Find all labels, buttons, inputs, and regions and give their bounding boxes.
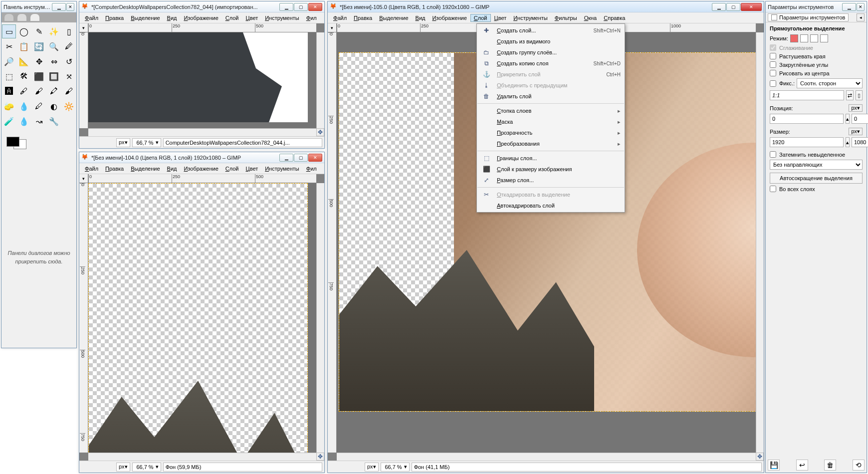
toolbox-min-button[interactable]: ▁	[52, 3, 66, 11]
units-combo[interactable]: px▾	[116, 463, 130, 472]
tool-button[interactable]: 🔍	[47, 39, 61, 53]
dock-reset-button[interactable]: ⟲	[853, 460, 865, 471]
pos-y-input[interactable]	[852, 114, 868, 124]
tool-button[interactable]: ⤧	[62, 69, 76, 83]
size-w-input[interactable]	[770, 137, 844, 147]
window2-max-button[interactable]: ▢	[294, 154, 308, 162]
tool-button[interactable]: ✂	[2, 39, 16, 53]
menu-item[interactable]: Маска▸	[477, 116, 625, 127]
menu-item[interactable]: Стопка слоев▸	[477, 105, 625, 116]
window2-canvas[interactable]: ▾ 0250500 0250500750 ✥	[79, 174, 324, 461]
ratio-input[interactable]	[770, 90, 844, 100]
menu-выделение[interactable]: Выделение	[127, 14, 163, 22]
center-checkbox[interactable]	[770, 70, 776, 76]
menu-item[interactable]: ⤢Размер слоя...	[477, 175, 625, 186]
menu-фил[interactable]: Фил	[303, 14, 320, 22]
autoshrink-button[interactable]: Автосокращение выделения	[770, 173, 863, 184]
menu-слой[interactable]: Слой	[222, 14, 242, 22]
window2-min-button[interactable]: ▁	[279, 154, 293, 162]
ruler-corner[interactable]: ▾	[328, 23, 337, 32]
tool-button[interactable]: 🔧	[47, 114, 61, 128]
orient-button[interactable]: ▯	[856, 90, 863, 100]
menu-правка[interactable]: Правка	[350, 14, 376, 22]
menu-item[interactable]: ⧉Создать копию слояShift+Ctrl+D	[477, 58, 625, 69]
tool-button[interactable]: ⬛	[32, 69, 46, 83]
tool-button[interactable]: ✥	[32, 54, 46, 68]
tool-button[interactable]: 🔄	[32, 39, 46, 53]
ruler-corner[interactable]: ▾	[79, 23, 88, 32]
tool-button[interactable]: 🧪	[2, 114, 16, 128]
menu-слой[interactable]: Слой	[222, 165, 242, 173]
tool-button[interactable]: ↝	[32, 114, 46, 128]
guides-select[interactable]: Без направляющих	[770, 160, 863, 170]
menu-файл[interactable]: Файл	[81, 165, 102, 173]
menu-инструменты[interactable]: Инструменты	[510, 14, 551, 22]
menu-item[interactable]: Преобразования▸	[477, 138, 625, 149]
ruler-vertical[interactable]: 0	[79, 32, 88, 128]
dock-delete-button[interactable]: 🗑	[824, 460, 836, 471]
stepper[interactable]: ▴	[846, 137, 850, 147]
mode-subtract-button[interactable]	[810, 34, 818, 42]
tool-button[interactable]: 🖌	[62, 84, 76, 98]
tool-button[interactable]: 🛠	[17, 69, 31, 83]
mode-intersect-button[interactable]	[820, 34, 828, 42]
menu-выделение[interactable]: Выделение	[127, 165, 163, 173]
stepper[interactable]: ▴	[846, 114, 850, 124]
menu-item[interactable]: ✚Создать слой...Shift+Ctrl+N	[477, 25, 625, 36]
menu-вид[interactable]: Вид	[164, 14, 181, 22]
window1-max-button[interactable]: ▢	[294, 3, 308, 11]
zoom-combo[interactable]: 66,7 %▾	[381, 463, 410, 472]
menu-изображение[interactable]: Изображение	[180, 165, 221, 173]
opts-close-button[interactable]: ✕	[857, 3, 865, 11]
tool-button[interactable]: 📐	[17, 54, 31, 68]
tool-button[interactable]: ◯	[17, 24, 31, 38]
swap-button[interactable]: ⇄	[846, 90, 854, 100]
alllayers-checkbox[interactable]	[770, 186, 776, 192]
tool-button[interactable]: ✎	[32, 24, 46, 38]
tool-button[interactable]: 🖌	[32, 84, 46, 98]
menu-файл[interactable]: Файл	[330, 14, 350, 22]
menu-правка[interactable]: Правка	[102, 165, 127, 173]
units-combo[interactable]: px▾	[116, 138, 130, 147]
menu-изображение[interactable]: Изображение	[429, 14, 470, 22]
scrollbar-horizontal[interactable]	[88, 453, 316, 461]
menu-файл[interactable]: Файл	[81, 14, 102, 22]
opts-tab[interactable]: Параметры инструментов	[768, 13, 849, 21]
window1-close-button[interactable]: ✕	[308, 3, 322, 11]
menu-изображение[interactable]: Изображение	[180, 14, 221, 22]
menu-item[interactable]: Автокадрировать слой	[477, 200, 625, 211]
dock-restore-button[interactable]: ↩	[796, 460, 808, 471]
tool-button[interactable]: ⬚	[2, 69, 16, 83]
menu-инструменты[interactable]: Инструменты	[261, 14, 303, 22]
foreground-swatch[interactable]	[6, 137, 19, 147]
tool-button[interactable]: 🔆	[62, 99, 76, 113]
scrollbar-horizontal[interactable]	[88, 128, 316, 136]
menu-цвет[interactable]: Цвет	[242, 165, 262, 173]
tool-button[interactable]: 🖊	[32, 99, 46, 113]
ruler-horizontal[interactable]: 0250500	[88, 174, 316, 183]
menu-окна[interactable]: Окна	[581, 14, 601, 22]
tool-button[interactable]: 🔎	[2, 54, 16, 68]
zoom-combo[interactable]: 66,7 %▾	[132, 463, 161, 472]
menu-item[interactable]: ⬛Слой к размеру изображения	[477, 164, 625, 175]
tool-button[interactable]: 🔲	[47, 69, 61, 83]
tool-button[interactable]: ⇔	[47, 54, 61, 68]
window3-max-button[interactable]: ▢	[726, 3, 740, 11]
menu-цвет[interactable]: Цвет	[491, 14, 510, 22]
tool-button[interactable]: 🧽	[2, 99, 16, 113]
mode-replace-button[interactable]	[790, 34, 798, 42]
ruler-vertical[interactable]: 0250500750	[79, 183, 88, 453]
menu-item[interactable]: 🗑Удалить слой	[477, 91, 625, 102]
menu-справка[interactable]: Справка	[600, 14, 629, 22]
menu-item[interactable]: Создать из видимого	[477, 36, 625, 47]
color-swatches[interactable]	[1, 130, 76, 149]
tool-button[interactable]: 💧	[17, 99, 31, 113]
menu-правка[interactable]: Правка	[102, 14, 127, 22]
menu-вид[interactable]: Вид	[164, 165, 181, 173]
tool-button[interactable]: 🅰	[2, 84, 16, 98]
opts-min-button[interactable]: ▁	[842, 3, 856, 11]
tool-button[interactable]: 🖍	[47, 84, 61, 98]
menu-item[interactable]: 🗀Создать группу слоёв...	[477, 47, 625, 58]
menu-item[interactable]: Прозрачность▸	[477, 127, 625, 138]
darken-checkbox[interactable]	[770, 151, 776, 158]
